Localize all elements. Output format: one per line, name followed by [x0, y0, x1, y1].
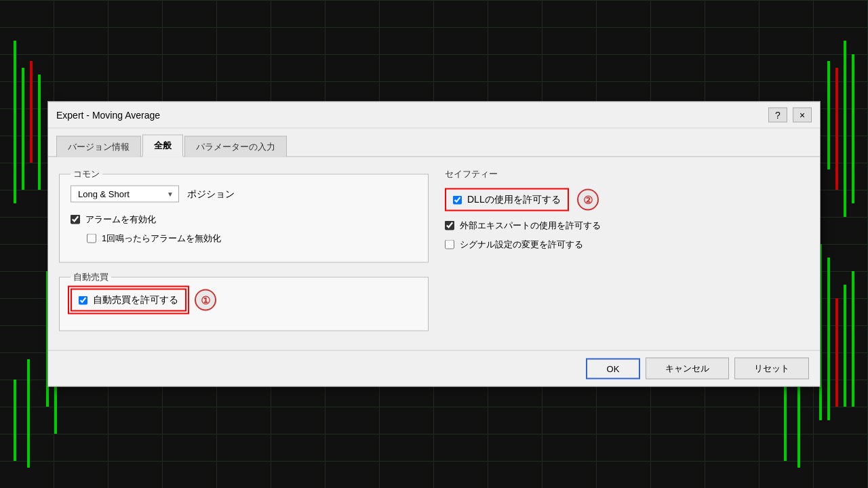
dialog-title: Expert - Moving Average — [56, 110, 160, 121]
auto-trade-checkbox[interactable] — [79, 296, 87, 304]
candle — [14, 380, 16, 461]
tab-version[interactable]: バージョン情報 — [56, 136, 141, 157]
candle — [14, 41, 16, 203]
title-bar-left: Expert - Moving Average — [56, 110, 160, 121]
candle — [844, 41, 846, 217]
tab-general[interactable]: 全般 — [142, 135, 183, 157]
candle — [27, 359, 30, 468]
close-button[interactable]: × — [793, 108, 812, 123]
position-dropdown[interactable]: Long & Short Long Only Short Only — [71, 186, 179, 203]
alarm-label: アラームを有効化 — [85, 214, 156, 226]
dll-label: DLLの使用を許可する — [467, 194, 561, 206]
auto-trade-section: 自動売買 自動売買を許可する ① — [59, 271, 429, 331]
candle — [827, 61, 830, 169]
alarm-checkbox[interactable] — [71, 215, 80, 224]
common-section-title: コモン — [71, 168, 102, 180]
tabs-bar: バージョン情報 全般 パラメーターの入力 — [48, 129, 820, 157]
position-label: ポジション — [187, 188, 235, 200]
auto-trade-highlight: 自動売買を許可する — [71, 289, 186, 312]
alarm-row: アラームを有効化 — [71, 214, 417, 226]
right-panel: セイフティー DLLの使用を許可する ② 外部エキスパートの使用を許可する — [439, 168, 809, 340]
dropdown-wrapper: Long & Short Long Only Short Only ▼ — [71, 186, 179, 203]
auto-trade-row: 自動売買を許可する ① — [71, 289, 417, 312]
auto-trade-label: 自動売買を許可する — [93, 294, 178, 306]
ok-button[interactable]: OK — [586, 358, 640, 379]
candle — [30, 61, 33, 163]
safety-content: セイフティー DLLの使用を許可する ② 外部エキスパートの使用を許可する — [439, 168, 809, 251]
left-panel: コモン Long & Short Long Only Short Only ▼ … — [59, 168, 429, 340]
candle — [835, 298, 838, 407]
candle — [852, 271, 854, 407]
alarm-once-row: 1回鳴ったらアラームを無効化 — [87, 232, 417, 245]
badge-1: ① — [195, 289, 216, 311]
external-label: 外部エキスパートの使用を許可する — [460, 220, 601, 232]
position-row: Long & Short Long Only Short Only ▼ ポジショ… — [71, 186, 417, 203]
candle — [844, 285, 846, 407]
common-section: コモン Long & Short Long Only Short Only ▼ … — [59, 168, 429, 263]
dialog: Expert - Moving Average ? × バージョン情報 全般 パ… — [47, 102, 821, 387]
external-row: 外部エキスパートの使用を許可する — [445, 220, 804, 232]
candle — [835, 68, 838, 190]
signal-label: シグナル設定の変更を許可する — [460, 239, 583, 251]
dll-checkbox[interactable] — [453, 195, 462, 204]
title-bar-controls: ? × — [768, 108, 812, 123]
signal-checkbox[interactable] — [445, 240, 454, 249]
help-button[interactable]: ? — [768, 108, 787, 123]
signal-row: シグナル設定の変更を許可する — [445, 239, 804, 251]
bottom-bar: OK キャンセル リセット — [48, 350, 820, 386]
external-checkbox[interactable] — [445, 221, 454, 230]
alarm-once-checkbox[interactable] — [87, 234, 96, 243]
title-bar: Expert - Moving Average ? × — [48, 102, 820, 129]
auto-trade-section-title: 自動売買 — [71, 271, 111, 283]
candle — [22, 68, 24, 190]
cancel-button[interactable]: キャンセル — [646, 358, 729, 380]
tab-content: コモン Long & Short Long Only Short Only ▼ … — [48, 157, 820, 350]
safety-title: セイフティー — [445, 168, 804, 180]
dll-highlight: DLLの使用を許可する — [445, 188, 569, 211]
candle — [38, 75, 41, 190]
dll-row: DLLの使用を許可する ② — [445, 188, 804, 211]
candle — [852, 54, 854, 203]
candle — [827, 258, 830, 420]
tab-params[interactable]: パラメーターの入力 — [184, 136, 287, 157]
badge-2: ② — [577, 189, 599, 211]
alarm-once-label: 1回鳴ったらアラームを無効化 — [102, 232, 221, 245]
reset-button[interactable]: リセット — [734, 358, 809, 380]
